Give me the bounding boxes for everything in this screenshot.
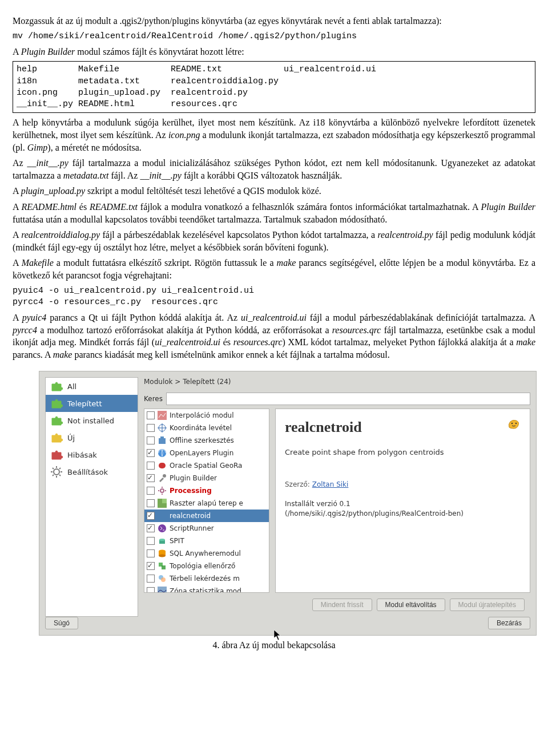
sidebar-item-label: Új [67, 433, 75, 443]
checkbox[interactable] [147, 424, 155, 432]
svg-line-8 [59, 468, 61, 469]
puzzle-icon [50, 414, 63, 427]
plugin-label: Koordináta levétel [170, 423, 232, 432]
plugin-label: Oracle Spatial GeoRa [170, 461, 242, 470]
svg-rect-32 [162, 565, 166, 569]
plugin-list-item[interactable]: Interpoláció modul [144, 409, 269, 422]
paragraph: A Makefile a modult futtatásra elkészítő… [13, 257, 535, 281]
plugin-list-item[interactable]: Processing [144, 484, 269, 497]
script-icon [158, 524, 167, 533]
gear-icon [50, 466, 63, 478]
svg-point-34 [161, 577, 166, 582]
plugin-list-item[interactable]: Raszter alapú terep e [144, 497, 269, 510]
command-block: pyuic4 -o ui_realcentroid.py ui_realcent… [13, 285, 535, 309]
plugin-list-item[interactable]: realcnetroid [144, 510, 269, 522]
plugin-logo-icon [507, 417, 521, 430]
none-icon [158, 511, 167, 520]
sidebar-item[interactable]: All [46, 378, 138, 395]
paragraph: A README.html és README.txt fájlok a mod… [13, 201, 535, 225]
mouse-cursor-icon [273, 629, 281, 641]
search-input[interactable] [166, 393, 530, 405]
checkbox[interactable] [147, 562, 155, 570]
plugin-list-item[interactable]: ScriptRunner [144, 522, 269, 535]
plugin-list-item[interactable]: Plugin Builder [144, 472, 269, 484]
svg-rect-24 [162, 499, 167, 503]
plugin-version: Installált verzió 0.1 [285, 499, 521, 508]
plugin-list-item[interactable]: SPIT [144, 535, 269, 547]
puzzle-icon [50, 431, 63, 444]
close-button[interactable]: Bezárás [488, 617, 530, 629]
sidebar-item[interactable]: Hibásak [46, 446, 138, 463]
sidebar-item-label: Not installed [67, 416, 114, 426]
sidebar: AllTelepítettNot installedÚjHibásakBeáll… [45, 377, 138, 617]
checkbox[interactable] [147, 537, 155, 545]
plugin-label: realcnetroid [170, 511, 211, 520]
svg-point-30 [159, 554, 166, 557]
paragraph: A plugin_upload.py szkript a modul feltö… [13, 185, 535, 197]
uninstall-button[interactable]: Modul eltávolítás [377, 599, 445, 611]
puzzle-icon [50, 380, 63, 393]
file-listing: help Makefile README.txt ui_realcentroid… [13, 61, 535, 113]
paragraph: Mozgassuk át az új modult a .qgis2/pytho… [13, 15, 535, 27]
help-button[interactable]: Súgó [45, 617, 78, 629]
oracle-icon [158, 461, 167, 470]
checkbox[interactable] [147, 499, 155, 507]
checkbox[interactable] [147, 449, 155, 457]
puzzle-icon [50, 448, 63, 461]
svg-rect-16 [159, 463, 166, 468]
plugin-list-item[interactable]: Offline szerkesztés [144, 434, 269, 447]
plugin-label: Interpoláció modul [170, 411, 234, 420]
svg-point-27 [159, 539, 165, 541]
plugin-list-item[interactable]: Topológia ellenőrző [144, 560, 269, 572]
reinstall-button[interactable]: Modul újratelepítés [450, 599, 525, 611]
plugin-list-item[interactable]: OpenLayers Plugin [144, 447, 269, 459]
plugin-author-link[interactable]: Zoltan Siki [312, 480, 349, 488]
footer-bar: Súgó Bezárás [39, 617, 536, 635]
checkbox[interactable] [147, 524, 155, 532]
plugin-list-item[interactable]: Térbeli lekérdezés m [144, 572, 269, 585]
coord-icon [158, 423, 167, 432]
plugin-label: Plugin Builder [170, 474, 217, 483]
checkbox[interactable] [147, 575, 155, 583]
svg-point-40 [515, 422, 517, 423]
plugin-list-item[interactable]: Koordináta levétel [144, 422, 269, 434]
sidebar-item[interactable]: Új [46, 429, 138, 446]
plugin-label: Térbeli lekérdezés m [170, 574, 240, 583]
checkbox[interactable] [147, 587, 155, 593]
tools-icon [158, 474, 167, 483]
checkbox[interactable] [147, 512, 155, 520]
topo-icon [158, 561, 167, 571]
plugin-label: ScriptRunner [170, 524, 214, 533]
spatial-icon [158, 574, 167, 583]
svg-point-15 [158, 449, 166, 457]
paragraph: A realcentroiddialog.py fájl a párbeszéd… [13, 229, 535, 253]
interp-icon [158, 411, 167, 420]
plugin-list-item[interactable]: Oracle Spatial GeoRa [144, 459, 269, 472]
action-buttons: Mindent frissít Modul eltávolítás Modul … [144, 593, 530, 617]
plugin-label: SQL Anywheremodul [170, 549, 241, 558]
checkbox[interactable] [147, 474, 155, 482]
svg-rect-35 [158, 587, 167, 593]
svg-line-6 [59, 475, 61, 476]
checkbox[interactable] [147, 549, 155, 557]
svg-point-39 [511, 422, 513, 423]
plugin-list-item[interactable]: SQL Anywheremodul [144, 547, 269, 560]
sidebar-item-label: Hibásak [67, 450, 97, 460]
gear-icon [158, 486, 167, 495]
checkbox[interactable] [147, 436, 155, 444]
refresh-all-button[interactable]: Mindent frissít [312, 599, 372, 611]
plugin-manager-window: AllTelepítettNot installedÚjHibásakBeáll… [39, 371, 537, 636]
checkbox[interactable] [147, 462, 155, 470]
sidebar-item[interactable]: Beállítások [46, 463, 138, 480]
plugin-list[interactable]: Interpoláció modulKoordináta levételOffl… [144, 409, 269, 593]
sidebar-item[interactable]: Not installed [46, 412, 138, 429]
plugin-list-item[interactable]: Zóna statisztika mod [144, 585, 269, 593]
svg-point-18 [160, 489, 164, 492]
checkbox[interactable] [147, 487, 155, 495]
sidebar-item[interactable]: Telepített [46, 395, 138, 412]
checkbox[interactable] [147, 411, 155, 419]
paragraph: A help könyvtárba a modulunk súgója kerü… [13, 116, 535, 153]
breadcrumb: Modulok > Telepített (24) [144, 377, 530, 386]
sidebar-item-label: Telepített [67, 399, 102, 409]
zone-icon [158, 587, 167, 593]
